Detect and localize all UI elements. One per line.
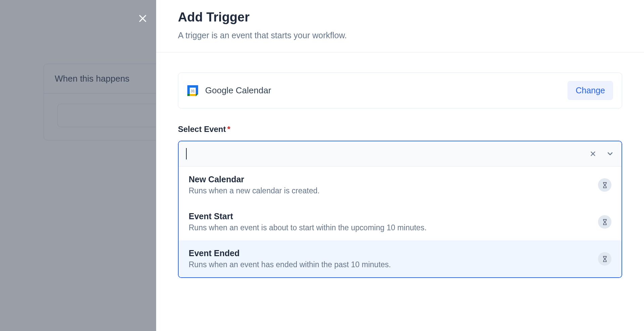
select-event-combobox[interactable]: New Calendar Runs when a new calendar is… <box>178 141 622 278</box>
option-new-calendar[interactable]: New Calendar Runs when a new calendar is… <box>179 167 622 203</box>
x-icon <box>589 150 597 157</box>
svg-rect-3 <box>187 85 198 88</box>
svg-rect-5 <box>196 88 198 94</box>
option-title: Event Ended <box>189 248 591 258</box>
option-text: New Calendar Runs when a new calendar is… <box>189 175 591 195</box>
option-text: Event Ended Runs when an event has ended… <box>189 248 591 269</box>
hourglass-icon <box>602 256 608 262</box>
chevron-down-icon <box>606 150 614 158</box>
close-icon <box>138 13 148 23</box>
hourglass-icon <box>602 182 608 188</box>
polling-badge <box>598 178 611 192</box>
polling-badge <box>598 215 611 229</box>
option-description: Runs when a new calendar is created. <box>189 186 591 195</box>
panel-subtitle: A trigger is an event that starts your w… <box>178 31 622 40</box>
google-calendar-icon: 31 <box>187 85 198 96</box>
panel-title: Add Trigger <box>178 10 622 25</box>
required-indicator: * <box>227 125 230 134</box>
select-event-label: Select Event* <box>178 125 622 134</box>
toggle-dropdown-button[interactable] <box>606 150 614 158</box>
close-button[interactable] <box>136 12 149 25</box>
option-text: Event Start Runs when an event is about … <box>189 211 591 232</box>
panel-body: 31 Google Calendar Change Select Event* <box>156 52 644 291</box>
options-list: New Calendar Runs when a new calendar is… <box>179 167 622 277</box>
option-description: Runs when an event has ended within the … <box>189 260 591 269</box>
clear-selection-button[interactable] <box>589 150 597 157</box>
polling-badge <box>598 252 611 266</box>
select-controls <box>589 150 614 158</box>
svg-rect-6 <box>190 94 196 96</box>
change-app-button[interactable]: Change <box>567 81 613 100</box>
selected-app-card: 31 Google Calendar Change <box>178 73 622 108</box>
select-event-label-text: Select Event <box>178 125 226 134</box>
option-event-start[interactable]: Event Start Runs when an event is about … <box>179 203 622 240</box>
svg-text:31: 31 <box>191 89 195 93</box>
text-cursor <box>186 148 187 159</box>
option-title: New Calendar <box>189 175 591 184</box>
panel-header: Add Trigger A trigger is an event that s… <box>156 0 644 52</box>
select-input-row[interactable] <box>179 141 622 167</box>
option-event-ended[interactable]: Event Ended Runs when an event has ended… <box>179 240 622 277</box>
add-trigger-panel: Add Trigger A trigger is an event that s… <box>156 0 644 331</box>
option-description: Runs when an event is about to start wit… <box>189 223 591 232</box>
option-title: Event Start <box>189 211 591 221</box>
svg-rect-8 <box>187 94 190 96</box>
app-name: Google Calendar <box>205 85 271 96</box>
app-info: 31 Google Calendar <box>187 85 271 96</box>
hourglass-icon <box>602 219 608 225</box>
